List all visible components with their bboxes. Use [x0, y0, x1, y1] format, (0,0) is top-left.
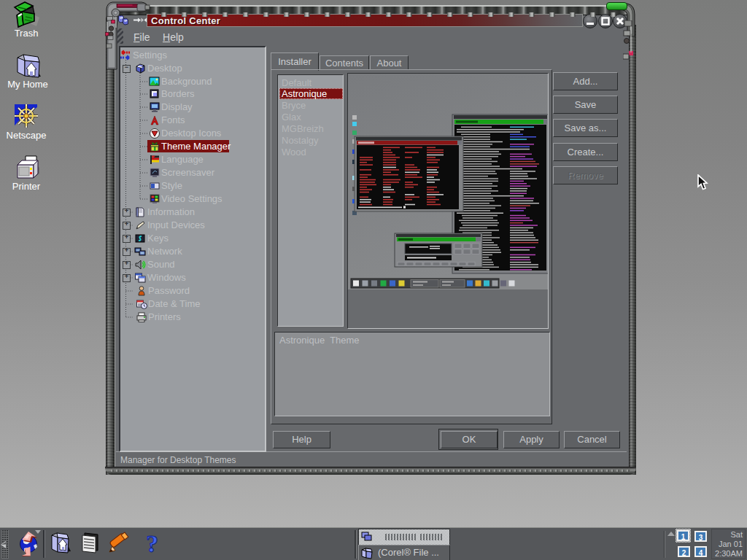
svg-text:?: ? [146, 531, 158, 557]
